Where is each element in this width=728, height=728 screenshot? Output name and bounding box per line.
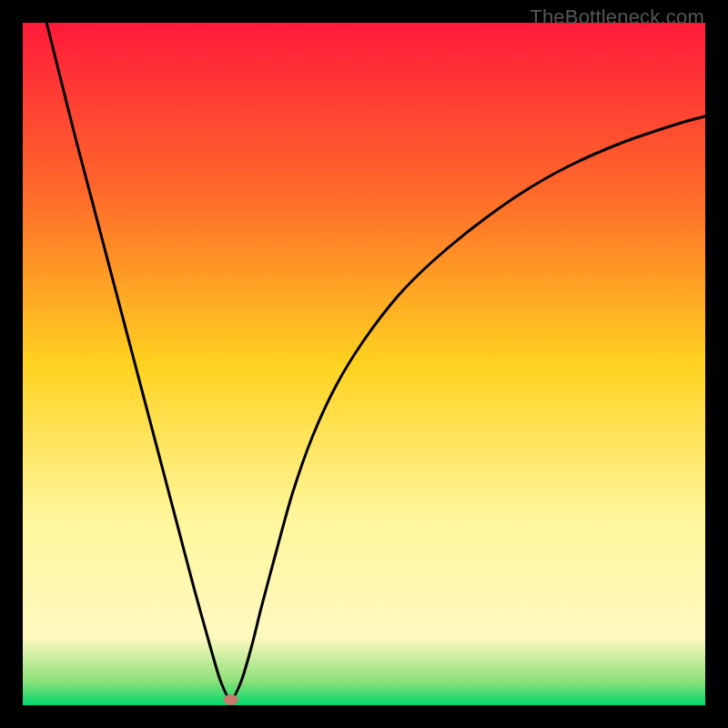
bottleneck-plot (23, 23, 705, 705)
optimal-point-marker (224, 694, 238, 705)
chart-frame (23, 23, 705, 705)
watermark-text: TheBottleneck.com (530, 5, 704, 29)
gradient-background (23, 23, 705, 705)
